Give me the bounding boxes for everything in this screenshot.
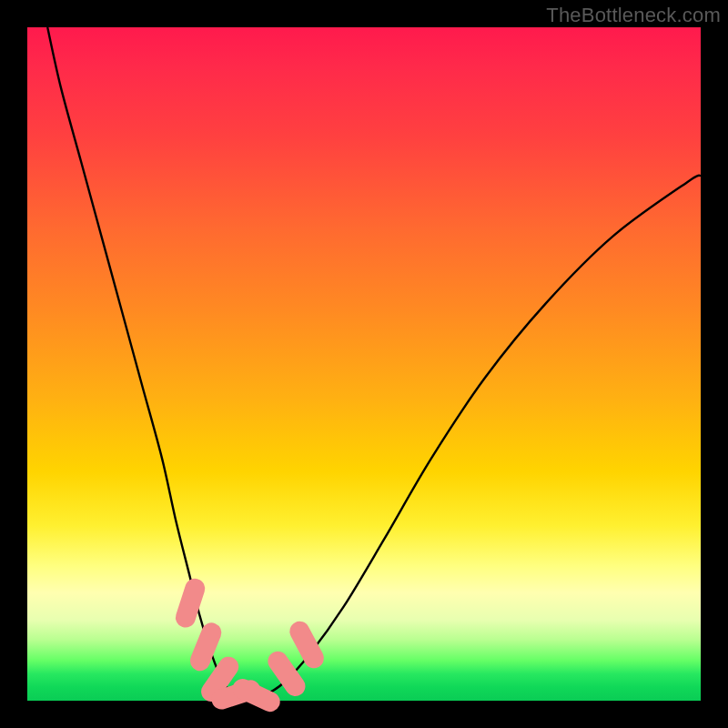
watermark-text: TheBottleneck.com (546, 4, 721, 27)
chart-frame: TheBottleneck.com (0, 0, 728, 728)
curve-marker (286, 618, 327, 672)
curve-markers (173, 576, 328, 715)
curve-marker (229, 675, 283, 714)
bottleneck-curve (47, 27, 701, 700)
curve-layer (27, 27, 701, 701)
plot-area (27, 27, 701, 701)
